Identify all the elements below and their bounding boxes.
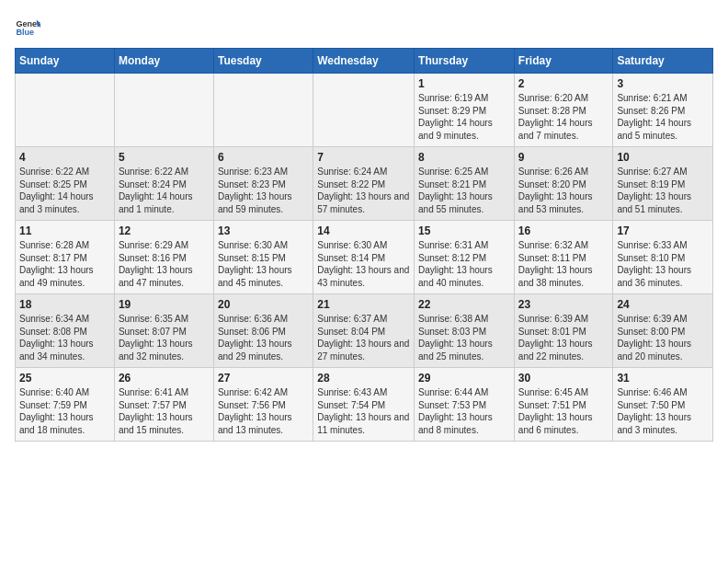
day-info: Sunrise: 6:26 AM Sunset: 8:20 PM Dayligh… — [518, 166, 609, 215]
day-cell: 22Sunrise: 6:38 AM Sunset: 8:03 PM Dayli… — [415, 294, 515, 368]
day-cell — [313, 74, 415, 147]
day-cell: 24Sunrise: 6:39 AM Sunset: 8:00 PM Dayli… — [613, 294, 713, 368]
day-info: Sunrise: 6:45 AM Sunset: 7:51 PM Dayligh… — [518, 386, 609, 436]
day-cell: 30Sunrise: 6:45 AM Sunset: 7:51 PM Dayli… — [514, 368, 613, 442]
day-info: Sunrise: 6:38 AM Sunset: 8:03 PM Dayligh… — [418, 313, 510, 362]
day-info: Sunrise: 6:46 AM Sunset: 7:50 PM Dayligh… — [617, 386, 709, 436]
day-info: Sunrise: 6:43 AM Sunset: 7:54 PM Dayligh… — [317, 386, 410, 436]
day-info: Sunrise: 6:25 AM Sunset: 8:21 PM Dayligh… — [418, 166, 510, 215]
day-cell: 27Sunrise: 6:42 AM Sunset: 7:56 PM Dayli… — [213, 368, 313, 442]
day-number: 27 — [218, 372, 309, 385]
day-info: Sunrise: 6:36 AM Sunset: 8:06 PM Dayligh… — [218, 313, 309, 362]
day-cell: 8Sunrise: 6:25 AM Sunset: 8:21 PM Daylig… — [415, 147, 515, 221]
day-cell — [213, 74, 313, 147]
day-info: Sunrise: 6:28 AM Sunset: 8:17 PM Dayligh… — [19, 239, 110, 289]
day-info: Sunrise: 6:32 AM Sunset: 8:11 PM Dayligh… — [518, 239, 609, 289]
day-cell: 28Sunrise: 6:43 AM Sunset: 7:54 PM Dayli… — [313, 368, 415, 442]
day-header-friday: Friday — [514, 49, 613, 74]
day-cell: 17Sunrise: 6:33 AM Sunset: 8:10 PM Dayli… — [613, 221, 713, 294]
week-row-4: 18Sunrise: 6:34 AM Sunset: 8:08 PM Dayli… — [16, 294, 713, 368]
day-info: Sunrise: 6:30 AM Sunset: 8:15 PM Dayligh… — [218, 239, 309, 289]
day-info: Sunrise: 6:44 AM Sunset: 7:53 PM Dayligh… — [418, 386, 510, 436]
day-number: 5 — [119, 151, 210, 164]
day-info: Sunrise: 6:37 AM Sunset: 8:04 PM Dayligh… — [317, 313, 410, 362]
day-info: Sunrise: 6:34 AM Sunset: 8:08 PM Dayligh… — [19, 313, 110, 362]
day-number: 2 — [518, 77, 609, 90]
day-cell: 16Sunrise: 6:32 AM Sunset: 8:11 PM Dayli… — [514, 221, 613, 294]
day-cell: 31Sunrise: 6:46 AM Sunset: 7:50 PM Dayli… — [613, 368, 713, 442]
day-cell: 25Sunrise: 6:40 AM Sunset: 7:59 PM Dayli… — [16, 368, 115, 442]
day-cell: 10Sunrise: 6:27 AM Sunset: 8:19 PM Dayli… — [613, 147, 713, 221]
day-number: 8 — [418, 151, 510, 164]
logo-icon: General Blue — [15, 15, 40, 40]
day-number: 28 — [317, 372, 410, 385]
day-cell: 23Sunrise: 6:39 AM Sunset: 8:01 PM Dayli… — [514, 294, 613, 368]
day-info: Sunrise: 6:42 AM Sunset: 7:56 PM Dayligh… — [218, 386, 309, 436]
day-number: 23 — [518, 298, 609, 311]
days-header-row: SundayMondayTuesdayWednesdayThursdayFrid… — [16, 49, 713, 74]
day-cell: 18Sunrise: 6:34 AM Sunset: 8:08 PM Dayli… — [16, 294, 115, 368]
day-number: 11 — [19, 224, 110, 237]
day-cell: 5Sunrise: 6:22 AM Sunset: 8:24 PM Daylig… — [114, 147, 213, 221]
day-number: 31 — [617, 372, 709, 385]
day-cell: 26Sunrise: 6:41 AM Sunset: 7:57 PM Dayli… — [114, 368, 213, 442]
day-number: 4 — [19, 151, 110, 164]
page-header: General Blue — [15, 15, 713, 40]
week-row-2: 4Sunrise: 6:22 AM Sunset: 8:25 PM Daylig… — [16, 147, 713, 221]
day-number: 14 — [317, 224, 410, 237]
day-header-wednesday: Wednesday — [313, 49, 415, 74]
day-info: Sunrise: 6:19 AM Sunset: 8:29 PM Dayligh… — [418, 92, 510, 142]
day-number: 9 — [518, 151, 609, 164]
day-number: 24 — [617, 298, 709, 311]
week-row-5: 25Sunrise: 6:40 AM Sunset: 7:59 PM Dayli… — [16, 368, 713, 442]
day-header-saturday: Saturday — [613, 49, 713, 74]
day-number: 25 — [19, 372, 110, 385]
day-number: 6 — [218, 151, 309, 164]
day-number: 12 — [119, 224, 210, 237]
day-cell: 13Sunrise: 6:30 AM Sunset: 8:15 PM Dayli… — [213, 221, 313, 294]
day-info: Sunrise: 6:22 AM Sunset: 8:25 PM Dayligh… — [19, 166, 110, 215]
day-info: Sunrise: 6:40 AM Sunset: 7:59 PM Dayligh… — [19, 386, 110, 436]
day-number: 19 — [119, 298, 210, 311]
day-header-sunday: Sunday — [16, 49, 115, 74]
day-cell: 11Sunrise: 6:28 AM Sunset: 8:17 PM Dayli… — [16, 221, 115, 294]
day-number: 3 — [617, 77, 709, 90]
day-info: Sunrise: 6:30 AM Sunset: 8:14 PM Dayligh… — [317, 239, 410, 289]
day-info: Sunrise: 6:21 AM Sunset: 8:26 PM Dayligh… — [617, 92, 709, 142]
day-cell: 20Sunrise: 6:36 AM Sunset: 8:06 PM Dayli… — [213, 294, 313, 368]
day-header-tuesday: Tuesday — [213, 49, 313, 74]
day-header-thursday: Thursday — [415, 49, 515, 74]
day-number: 16 — [518, 224, 609, 237]
day-number: 29 — [418, 372, 510, 385]
day-number: 15 — [418, 224, 510, 237]
day-number: 22 — [418, 298, 510, 311]
day-info: Sunrise: 6:35 AM Sunset: 8:07 PM Dayligh… — [119, 313, 210, 362]
day-cell: 29Sunrise: 6:44 AM Sunset: 7:53 PM Dayli… — [415, 368, 515, 442]
day-cell: 1Sunrise: 6:19 AM Sunset: 8:29 PM Daylig… — [415, 74, 515, 147]
day-number: 13 — [218, 224, 309, 237]
day-info: Sunrise: 6:41 AM Sunset: 7:57 PM Dayligh… — [119, 386, 210, 436]
day-cell: 9Sunrise: 6:26 AM Sunset: 8:20 PM Daylig… — [514, 147, 613, 221]
week-row-1: 1Sunrise: 6:19 AM Sunset: 8:29 PM Daylig… — [16, 74, 713, 147]
day-number: 18 — [19, 298, 110, 311]
day-cell — [16, 74, 115, 147]
day-info: Sunrise: 6:24 AM Sunset: 8:22 PM Dayligh… — [317, 166, 410, 215]
day-number: 17 — [617, 224, 709, 237]
day-cell: 15Sunrise: 6:31 AM Sunset: 8:12 PM Dayli… — [415, 221, 515, 294]
day-info: Sunrise: 6:23 AM Sunset: 8:23 PM Dayligh… — [218, 166, 309, 215]
day-info: Sunrise: 6:39 AM Sunset: 8:01 PM Dayligh… — [518, 313, 609, 362]
day-info: Sunrise: 6:22 AM Sunset: 8:24 PM Dayligh… — [119, 166, 210, 215]
day-info: Sunrise: 6:29 AM Sunset: 8:16 PM Dayligh… — [119, 239, 210, 289]
calendar-table: SundayMondayTuesdayWednesdayThursdayFrid… — [15, 48, 713, 442]
day-number: 1 — [418, 77, 510, 90]
day-info: Sunrise: 6:31 AM Sunset: 8:12 PM Dayligh… — [418, 239, 510, 289]
logo: General Blue — [15, 15, 44, 40]
day-number: 21 — [317, 298, 410, 311]
svg-text:Blue: Blue — [16, 28, 34, 37]
day-cell: 4Sunrise: 6:22 AM Sunset: 8:25 PM Daylig… — [16, 147, 115, 221]
day-info: Sunrise: 6:33 AM Sunset: 8:10 PM Dayligh… — [617, 239, 709, 289]
day-info: Sunrise: 6:39 AM Sunset: 8:00 PM Dayligh… — [617, 313, 709, 362]
day-cell: 14Sunrise: 6:30 AM Sunset: 8:14 PM Dayli… — [313, 221, 415, 294]
day-number: 26 — [119, 372, 210, 385]
day-cell: 3Sunrise: 6:21 AM Sunset: 8:26 PM Daylig… — [613, 74, 713, 147]
